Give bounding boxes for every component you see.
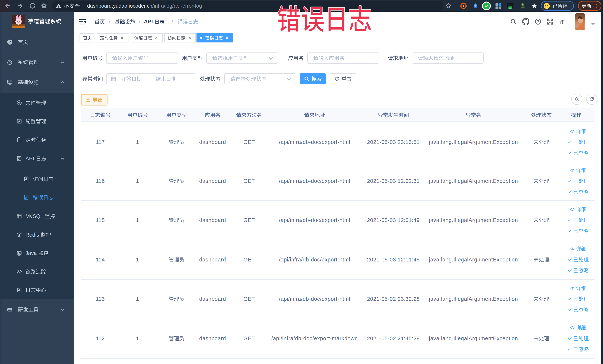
svg-text:on: on [509,7,511,9]
